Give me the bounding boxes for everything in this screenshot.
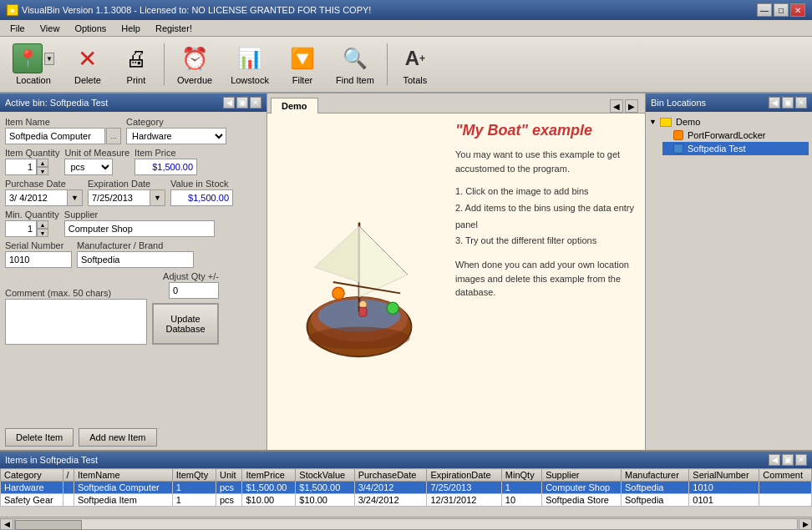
toolbar-lowstock-button[interactable]: 📊 Lowstock <box>223 39 277 89</box>
panel-close-button[interactable]: ✕ <box>250 97 261 109</box>
serial-input[interactable] <box>5 251 72 268</box>
minimize-button[interactable]: — <box>757 3 772 17</box>
col-itemname[interactable]: ItemName <box>74 469 172 482</box>
col-comment[interactable]: Comment <box>759 469 812 482</box>
demo-step-1: 1. Click on the image to add bins <box>455 184 637 200</box>
delete-item-button[interactable]: Delete Item <box>5 428 74 447</box>
demo-steps: 1. Click on the image to add bins 2. Add… <box>455 184 637 250</box>
cell-stock: $10.00 <box>296 494 354 507</box>
col-unit[interactable]: Unit <box>216 469 242 482</box>
toolbar-finditem-button[interactable]: 🔍 Find Item <box>328 39 382 89</box>
bin-locations-title: Bin Locations <box>651 98 706 108</box>
value-stock-input[interactable] <box>170 189 233 206</box>
panel-float-button[interactable]: ▣ <box>236 97 248 109</box>
maximize-button[interactable]: □ <box>774 3 789 17</box>
value-stock-label: Value in Stock <box>170 179 233 189</box>
demo-boat-image[interactable] <box>276 122 443 442</box>
category-select[interactable]: Hardware Software Safety Gear <box>126 128 226 144</box>
scroll-thumb[interactable] <box>15 520 82 530</box>
unit-select[interactable]: pcs box kg <box>64 159 113 175</box>
item-name-input[interactable] <box>5 128 105 144</box>
price-input[interactable] <box>134 159 197 175</box>
menu-view[interactable]: View <box>33 22 67 35</box>
add-item-button[interactable]: Add new Item <box>79 428 156 447</box>
comment-input[interactable] <box>5 299 147 345</box>
col-stockvalue[interactable]: StockValue <box>296 469 354 482</box>
col-category[interactable]: Category <box>1 469 63 482</box>
col-serialnumber[interactable]: SerialNumber <box>689 469 759 482</box>
col-manufacturer[interactable]: Manufacturer <box>621 469 688 482</box>
minqty-up-button[interactable]: ▲ <box>37 220 48 229</box>
location-label: Location <box>16 75 51 85</box>
demo-footer: When done you can add your own location … <box>455 258 637 300</box>
expiry-date-input[interactable] <box>88 189 150 206</box>
tab-nav-right[interactable]: ▶ <box>625 99 638 113</box>
supplier-input[interactable] <box>64 220 215 237</box>
cell-category: Hardware <box>1 482 63 494</box>
tree-item-softpedia[interactable]: Softpedia Test <box>662 142 809 155</box>
toolbar-print-button[interactable]: 🖨 Print <box>114 39 159 89</box>
purchase-date-input[interactable] <box>5 189 68 206</box>
qty-up-button[interactable]: ▲ <box>37 159 48 167</box>
table-row[interactable]: Hardware Softpedia Computer 1 pcs $1,500… <box>1 482 812 494</box>
scroll-track[interactable] <box>14 518 798 530</box>
min-qty-input[interactable] <box>5 220 37 237</box>
purchase-date-group: Purchase Date ▼ <box>5 179 83 206</box>
bin-panel-float-button[interactable]: ▣ <box>782 97 794 109</box>
bottom-float-button[interactable]: ▣ <box>782 454 794 466</box>
window-controls[interactable]: — □ ✕ <box>757 3 805 17</box>
bottom-pin-button[interactable]: ◀ <box>769 454 780 466</box>
qty-down-button[interactable]: ▼ <box>37 167 48 175</box>
menu-register[interactable]: Register! <box>149 22 199 35</box>
manufacturer-input[interactable] <box>77 251 194 268</box>
svg-marker-5 <box>314 226 359 282</box>
comment-label: Comment (max. 50 chars) <box>5 288 147 298</box>
tree-item-root[interactable]: ▼ Demo <box>649 115 809 129</box>
bin-panel-pin-button[interactable]: ◀ <box>769 97 780 109</box>
toolbar-filter-button[interactable]: 🔽 Filter <box>280 39 325 89</box>
toolbar-overdue-button[interactable]: ⏰ Overdue <box>170 39 220 89</box>
tree-item-portforward[interactable]: PortForwardLocker <box>662 129 809 142</box>
update-database-button[interactable]: UpdateDatabase <box>152 303 219 345</box>
tab-nav-left[interactable]: ◀ <box>610 99 623 113</box>
cell-supplier: Softpedia Store <box>542 494 622 507</box>
item-name-lookup-button[interactable]: … <box>106 128 121 144</box>
toolbar-separator-1 <box>164 43 165 85</box>
item-qty-input[interactable] <box>5 159 37 175</box>
bin-panel-close-button[interactable]: ✕ <box>795 97 807 109</box>
toolbar-location-button[interactable]: 📍 ▼ Location <box>5 39 62 89</box>
minqty-down-button[interactable]: ▼ <box>37 229 48 237</box>
location-dropdown-arrow[interactable]: ▼ <box>44 43 54 73</box>
scroll-right-button[interactable]: ▶ <box>799 518 812 530</box>
purchase-date-picker[interactable]: ▼ <box>68 189 83 206</box>
col-expirationdate[interactable]: ExpirationDate <box>427 469 501 482</box>
panel-pin-button[interactable]: ◀ <box>223 97 235 109</box>
expiry-date-picker[interactable]: ▼ <box>150 189 165 206</box>
cell-itemname: Softpedia Item <box>74 494 172 507</box>
scroll-left-button[interactable]: ◀ <box>0 518 13 530</box>
adjust-input[interactable] <box>169 282 219 299</box>
col-minqty[interactable]: MinQty <box>501 469 541 482</box>
tab-demo[interactable]: Demo <box>271 98 318 114</box>
toolbar-totals-button[interactable]: A+ Totals <box>393 39 438 89</box>
col-purchasedate[interactable]: PurchaseDate <box>354 469 427 482</box>
table-row[interactable]: Safety Gear Softpedia Item 1 pcs $10.00 … <box>1 494 812 507</box>
bottom-close-button[interactable]: ✕ <box>795 454 807 466</box>
menu-file[interactable]: File <box>3 22 32 35</box>
menu-options[interactable]: Options <box>68 22 113 35</box>
unit-label: Unit of Measure <box>64 148 129 158</box>
filter-label: Filter <box>292 75 312 85</box>
col-itemqty[interactable]: ItemQty <box>172 469 216 482</box>
comment-group: Comment (max. 50 chars) <box>5 288 147 345</box>
col-supplier[interactable]: Supplier <box>542 469 622 482</box>
cell-slash <box>63 494 74 507</box>
print-icon: 🖨 <box>121 43 151 73</box>
toolbar-delete-button[interactable]: ✕ Delete <box>65 39 110 89</box>
delete-icon: ✕ <box>73 43 103 73</box>
close-button[interactable]: ✕ <box>790 3 805 17</box>
horizontal-scrollbar[interactable]: ◀ ▶ <box>0 517 812 530</box>
min-qty-group: Min. Quantity ▲ ▼ <box>5 209 59 237</box>
col-itemprice[interactable]: ItemPrice <box>242 469 296 482</box>
demo-step-2: 2. Add items to the bins using the data … <box>455 200 637 234</box>
menu-help[interactable]: Help <box>114 22 147 35</box>
